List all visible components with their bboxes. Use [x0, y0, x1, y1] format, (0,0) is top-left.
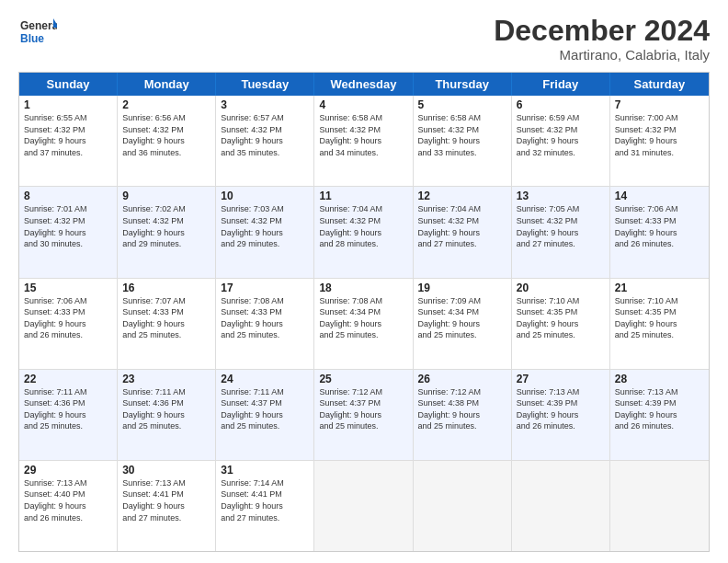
day-number: 24: [221, 373, 309, 385]
day-info: Sunrise: 7:13 AM Sunset: 4:41 PM Dayligh…: [122, 477, 210, 523]
day-cell-8: 8Sunrise: 7:01 AM Sunset: 4:32 PM Daylig…: [19, 187, 118, 277]
day-cell-20: 20Sunrise: 7:10 AM Sunset: 4:35 PM Dayli…: [512, 279, 610, 369]
day-number: 22: [24, 373, 112, 385]
day-cell-2: 2Sunrise: 6:56 AM Sunset: 4:32 PM Daylig…: [118, 96, 216, 186]
day-number: 7: [615, 98, 704, 111]
day-cell-6: 6Sunrise: 6:59 AM Sunset: 4:32 PM Daylig…: [512, 96, 610, 186]
day-number: 2: [122, 98, 210, 111]
day-info: Sunrise: 7:11 AM Sunset: 4:36 PM Dayligh…: [24, 386, 112, 432]
calendar: SundayMondayTuesdayWednesdayThursdayFrid…: [18, 72, 710, 552]
day-number: 3: [221, 98, 309, 111]
day-cell-27: 27Sunrise: 7:13 AM Sunset: 4:39 PM Dayli…: [512, 370, 610, 460]
day-cell-25: 25Sunrise: 7:12 AM Sunset: 4:37 PM Dayli…: [314, 370, 413, 460]
day-cell-18: 18Sunrise: 7:08 AM Sunset: 4:34 PM Dayli…: [314, 279, 413, 369]
day-cell-5: 5Sunrise: 6:58 AM Sunset: 4:32 PM Daylig…: [414, 96, 512, 186]
day-info: Sunrise: 7:03 AM Sunset: 4:32 PM Dayligh…: [221, 203, 309, 249]
day-cell-15: 15Sunrise: 7:06 AM Sunset: 4:33 PM Dayli…: [19, 279, 118, 369]
svg-text:Blue: Blue: [20, 32, 44, 45]
day-cell-24: 24Sunrise: 7:11 AM Sunset: 4:37 PM Dayli…: [216, 370, 314, 460]
day-info: Sunrise: 7:01 AM Sunset: 4:32 PM Dayligh…: [24, 203, 112, 249]
day-info: Sunrise: 7:12 AM Sunset: 4:38 PM Dayligh…: [418, 386, 506, 432]
header-day-saturday: Saturday: [610, 73, 709, 96]
empty-cell: [610, 461, 709, 551]
day-info: Sunrise: 7:00 AM Sunset: 4:32 PM Dayligh…: [615, 112, 704, 158]
day-info: Sunrise: 7:12 AM Sunset: 4:37 PM Dayligh…: [319, 386, 407, 432]
day-number: 11: [319, 190, 407, 202]
day-info: Sunrise: 6:55 AM Sunset: 4:32 PM Dayligh…: [24, 112, 112, 158]
day-info: Sunrise: 7:02 AM Sunset: 4:32 PM Dayligh…: [122, 203, 210, 249]
day-number: 21: [615, 282, 704, 294]
day-info: Sunrise: 7:10 AM Sunset: 4:35 PM Dayligh…: [615, 295, 704, 341]
day-number: 9: [122, 190, 210, 202]
header-day-monday: Monday: [118, 73, 216, 96]
day-info: Sunrise: 7:10 AM Sunset: 4:35 PM Dayligh…: [517, 295, 605, 341]
day-number: 27: [517, 373, 605, 385]
empty-cell: [314, 461, 413, 551]
day-cell-1: 1Sunrise: 6:55 AM Sunset: 4:32 PM Daylig…: [19, 96, 118, 186]
day-number: 15: [24, 282, 112, 294]
day-number: 26: [418, 373, 506, 385]
day-info: Sunrise: 7:04 AM Sunset: 4:32 PM Dayligh…: [319, 203, 407, 249]
calendar-row-1: 8Sunrise: 7:01 AM Sunset: 4:32 PM Daylig…: [19, 186, 709, 277]
day-info: Sunrise: 7:13 AM Sunset: 4:39 PM Dayligh…: [615, 386, 704, 432]
day-cell-28: 28Sunrise: 7:13 AM Sunset: 4:39 PM Dayli…: [610, 370, 709, 460]
day-number: 8: [24, 190, 112, 202]
logo: General Blue: [18, 15, 57, 53]
day-number: 4: [319, 98, 407, 111]
day-number: 23: [122, 373, 210, 385]
day-number: 10: [221, 190, 309, 202]
header-day-friday: Friday: [512, 73, 610, 96]
main-title: December 2024: [494, 15, 710, 47]
day-number: 12: [418, 190, 506, 202]
calendar-header: SundayMondayTuesdayWednesdayThursdayFrid…: [19, 73, 709, 96]
day-info: Sunrise: 6:59 AM Sunset: 4:32 PM Dayligh…: [517, 112, 605, 158]
day-number: 28: [615, 373, 704, 385]
header: General Blue December 2024 Martirano, Ca…: [18, 15, 710, 63]
day-cell-31: 31Sunrise: 7:14 AM Sunset: 4:41 PM Dayli…: [216, 461, 314, 551]
day-cell-17: 17Sunrise: 7:08 AM Sunset: 4:33 PM Dayli…: [216, 279, 314, 369]
day-cell-22: 22Sunrise: 7:11 AM Sunset: 4:36 PM Dayli…: [19, 370, 118, 460]
day-cell-19: 19Sunrise: 7:09 AM Sunset: 4:34 PM Dayli…: [414, 279, 512, 369]
header-day-sunday: Sunday: [19, 73, 118, 96]
subtitle: Martirano, Calabria, Italy: [494, 47, 710, 63]
day-info: Sunrise: 7:08 AM Sunset: 4:33 PM Dayligh…: [221, 295, 309, 341]
day-number: 18: [319, 282, 407, 294]
calendar-body: 1Sunrise: 6:55 AM Sunset: 4:32 PM Daylig…: [19, 96, 709, 551]
day-number: 13: [517, 190, 605, 202]
day-info: Sunrise: 6:58 AM Sunset: 4:32 PM Dayligh…: [319, 112, 407, 158]
calendar-row-0: 1Sunrise: 6:55 AM Sunset: 4:32 PM Daylig…: [19, 96, 709, 186]
day-cell-30: 30Sunrise: 7:13 AM Sunset: 4:41 PM Dayli…: [118, 461, 216, 551]
day-cell-16: 16Sunrise: 7:07 AM Sunset: 4:33 PM Dayli…: [118, 279, 216, 369]
calendar-row-2: 15Sunrise: 7:06 AM Sunset: 4:33 PM Dayli…: [19, 278, 709, 369]
day-number: 5: [418, 98, 506, 111]
day-cell-3: 3Sunrise: 6:57 AM Sunset: 4:32 PM Daylig…: [216, 96, 314, 186]
day-cell-13: 13Sunrise: 7:05 AM Sunset: 4:32 PM Dayli…: [512, 187, 610, 277]
day-number: 30: [122, 464, 210, 477]
day-info: Sunrise: 7:09 AM Sunset: 4:34 PM Dayligh…: [418, 295, 506, 341]
day-info: Sunrise: 6:57 AM Sunset: 4:32 PM Dayligh…: [221, 112, 309, 158]
day-info: Sunrise: 7:07 AM Sunset: 4:33 PM Dayligh…: [122, 295, 210, 341]
day-cell-7: 7Sunrise: 7:00 AM Sunset: 4:32 PM Daylig…: [610, 96, 709, 186]
day-info: Sunrise: 7:13 AM Sunset: 4:39 PM Dayligh…: [517, 386, 605, 432]
page: General Blue December 2024 Martirano, Ca…: [0, 0, 728, 563]
day-number: 31: [221, 464, 309, 477]
header-day-tuesday: Tuesday: [216, 73, 314, 96]
day-number: 25: [319, 373, 407, 385]
day-cell-14: 14Sunrise: 7:06 AM Sunset: 4:33 PM Dayli…: [610, 187, 709, 277]
day-info: Sunrise: 7:14 AM Sunset: 4:41 PM Dayligh…: [221, 477, 309, 523]
day-cell-10: 10Sunrise: 7:03 AM Sunset: 4:32 PM Dayli…: [216, 187, 314, 277]
day-number: 6: [517, 98, 605, 111]
day-number: 29: [24, 464, 112, 477]
day-number: 1: [24, 98, 112, 111]
day-cell-11: 11Sunrise: 7:04 AM Sunset: 4:32 PM Dayli…: [314, 187, 413, 277]
day-cell-4: 4Sunrise: 6:58 AM Sunset: 4:32 PM Daylig…: [314, 96, 413, 186]
day-cell-12: 12Sunrise: 7:04 AM Sunset: 4:32 PM Dayli…: [414, 187, 512, 277]
day-number: 16: [122, 282, 210, 294]
day-number: 17: [221, 282, 309, 294]
day-number: 14: [615, 190, 704, 202]
day-info: Sunrise: 7:08 AM Sunset: 4:34 PM Dayligh…: [319, 295, 407, 341]
svg-text:General: General: [20, 19, 57, 32]
day-info: Sunrise: 7:11 AM Sunset: 4:37 PM Dayligh…: [221, 386, 309, 432]
calendar-row-3: 22Sunrise: 7:11 AM Sunset: 4:36 PM Dayli…: [19, 369, 709, 460]
day-cell-9: 9Sunrise: 7:02 AM Sunset: 4:32 PM Daylig…: [118, 187, 216, 277]
